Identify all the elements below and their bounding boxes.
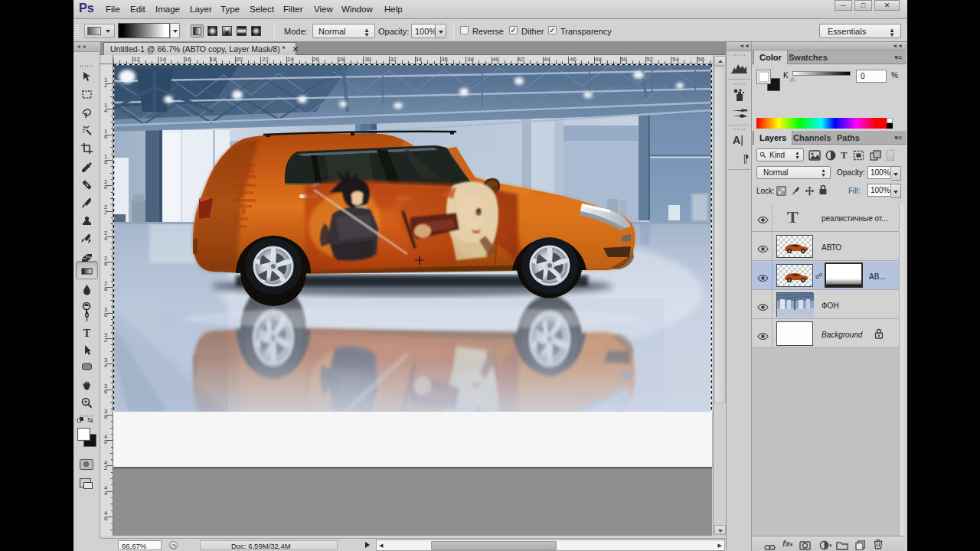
svg-text:T: T <box>83 328 91 339</box>
